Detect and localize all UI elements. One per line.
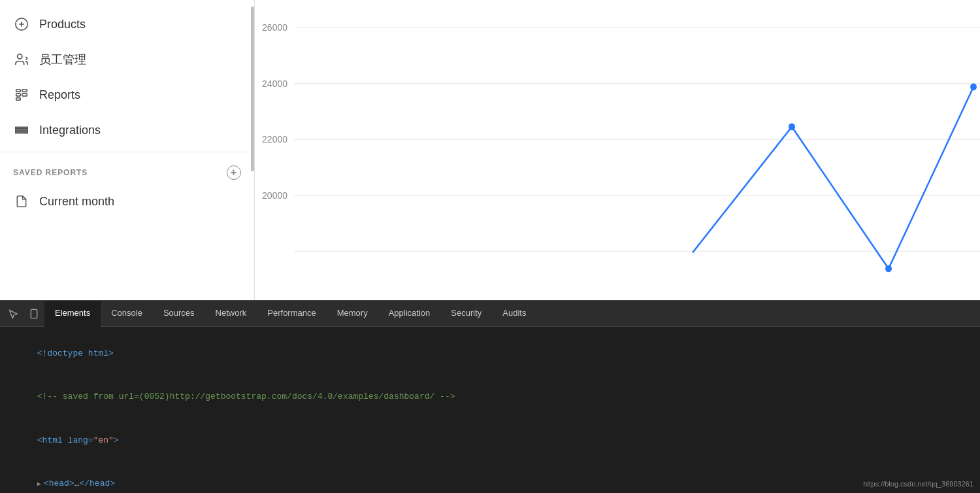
reports-icon (13, 86, 30, 103)
devtools-tabbar: Elements Console Sources Network Perform… (0, 301, 980, 327)
tab-audits[interactable]: Audits (492, 301, 536, 327)
svg-rect-19 (31, 309, 37, 318)
tab-security[interactable]: Security (440, 301, 492, 327)
sidebar-item-products[interactable]: Products (0, 7, 254, 42)
code-line-3: <html lang="en"> (7, 419, 973, 462)
integrations-icon (13, 122, 30, 139)
sidebar: Products 员工管理 (0, 0, 255, 300)
code-line-2: <!-- saved from url=(0052)http://getboot… (7, 375, 973, 418)
svg-rect-6 (22, 94, 27, 96)
sidebar-scrollbar[interactable] (251, 7, 254, 171)
chart-point (885, 265, 892, 273)
svg-rect-7 (16, 127, 27, 128)
tab-network[interactable]: Network (205, 301, 257, 327)
sidebar-item-integrations[interactable]: Integrations (0, 112, 254, 148)
svg-point-1 (18, 54, 22, 59)
reports-label: Reports (39, 88, 80, 102)
sidebar-item-employees[interactable]: 员工管理 (0, 42, 254, 77)
sidebar-divider (0, 152, 254, 152)
svg-text:24000: 24000 (262, 78, 287, 90)
sidebar-item-current-month[interactable]: Current month (0, 184, 254, 219)
main-area: Products 员工管理 (0, 0, 980, 300)
cursor-icon[interactable] (3, 303, 24, 324)
products-label: Products (39, 18, 86, 31)
tab-memory[interactable]: Memory (327, 301, 378, 327)
svg-text:22000: 22000 (262, 134, 287, 145)
users-icon (13, 51, 30, 68)
saved-reports-label: SAVED REPORTS (13, 168, 88, 177)
devtools-url: https://blog.csdn.net/qq_36903261 (863, 478, 973, 490)
current-month-label: Current month (39, 195, 114, 209)
code-line-1: <!doctype html> (7, 332, 973, 375)
chart-line (693, 87, 973, 269)
chart-area: 26000 24000 22000 20000 (255, 0, 980, 300)
svg-rect-2 (16, 90, 20, 92)
device-icon[interactable] (24, 303, 44, 324)
tab-console[interactable]: Console (101, 301, 153, 327)
svg-rect-9 (16, 132, 27, 133)
saved-reports-section: SAVED REPORTS + (0, 156, 254, 184)
tab-sources[interactable]: Sources (153, 301, 205, 327)
chart-point (789, 124, 795, 131)
add-saved-report-button[interactable]: + (227, 165, 241, 180)
tab-elements[interactable]: Elements (44, 301, 101, 327)
document-icon (13, 193, 30, 210)
integrations-label: Integrations (39, 124, 101, 137)
svg-rect-4 (16, 98, 20, 101)
devtools-code-panel: <!doctype html> <!-- saved from url=(005… (0, 327, 980, 493)
svg-rect-8 (16, 129, 27, 131)
svg-rect-3 (16, 94, 20, 96)
svg-rect-5 (22, 90, 27, 92)
sidebar-item-reports[interactable]: Reports (0, 77, 254, 112)
svg-text:26000: 26000 (262, 22, 287, 33)
svg-text:20000: 20000 (262, 190, 287, 201)
code-line-4[interactable]: ▶<head>…</head> (7, 462, 973, 493)
tab-application[interactable]: Application (378, 301, 441, 327)
tab-performance[interactable]: Performance (257, 301, 326, 327)
employees-label: 员工管理 (39, 52, 86, 67)
devtools-panel: Elements Console Sources Network Perform… (0, 300, 980, 493)
line-chart: 26000 24000 22000 20000 (255, 7, 980, 300)
products-icon (13, 16, 30, 33)
chart-point (970, 84, 977, 91)
